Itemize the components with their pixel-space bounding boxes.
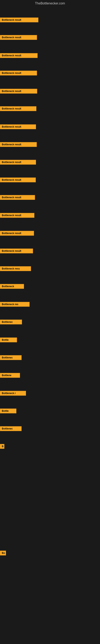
bottleneck-result-item[interactable]: Bottlene <box>0 373 20 378</box>
bottleneck-badge: Bottleneck result <box>0 89 37 94</box>
bottleneck-badge: Bottleneck result <box>0 35 37 40</box>
bottleneck-result-item[interactable]: Bottle <box>0 338 17 343</box>
bottleneck-result-item[interactable]: Bottlenec <box>0 320 22 325</box>
bottleneck-result-item[interactable]: Bottleneck resu <box>0 266 31 272</box>
bottleneck-badge: Bottleneck res <box>0 302 30 307</box>
bottleneck-result-item[interactable]: Bottleneck result <box>0 89 37 94</box>
bottleneck-badge: Bo <box>0 550 6 556</box>
bottleneck-result-item[interactable]: Bo <box>0 550 6 556</box>
bottleneck-result-item[interactable]: Bottleneck result <box>0 231 34 236</box>
bottleneck-badge: Bottlenec <box>0 355 22 360</box>
bottleneck-result-item[interactable]: Bottleneck result <box>0 106 36 112</box>
bottleneck-result-item[interactable]: Bottleneck result <box>0 142 37 148</box>
bottleneck-badge: Bottleneck result <box>0 18 38 22</box>
bottleneck-badge: Bottleneck result <box>0 71 37 76</box>
bottleneck-badge: Bottlenec <box>0 426 22 431</box>
bottleneck-result-item[interactable]: Bottleneck result <box>0 248 33 254</box>
bottleneck-badge: Bottleneck result <box>0 106 36 111</box>
bottleneck-result-item[interactable]: Bottleneck result <box>0 195 35 201</box>
bottleneck-badge: Bottleneck result <box>0 160 36 164</box>
bottleneck-result-item[interactable]: Bottleneck result <box>0 160 36 166</box>
bottleneck-result-item[interactable]: Bottleneck result <box>0 124 36 130</box>
bottleneck-badge: Bottleneck result <box>0 124 36 129</box>
bottleneck-badge: Bottle <box>0 408 16 413</box>
bottleneck-result-item[interactable]: Bottleneck result <box>0 71 37 76</box>
bottleneck-badge: Bottlene <box>0 373 20 378</box>
bottleneck-badge: Bottleneck result <box>0 142 37 147</box>
bottleneck-result-item[interactable]: Bottleneck result <box>0 213 34 218</box>
bottleneck-badge: Bottleneck result <box>0 178 36 182</box>
bottleneck-badge: Bottleneck r <box>0 391 26 396</box>
bottleneck-badge: Bottleneck result <box>0 213 34 218</box>
bottleneck-result-item[interactable]: Bottle <box>0 408 16 414</box>
bottleneck-result-item[interactable]: Bottleneck r <box>0 391 26 396</box>
bottleneck-badge: Bottle <box>0 338 17 342</box>
bottleneck-badge: Bottlenec <box>0 320 22 324</box>
bottleneck-result-item[interactable]: Bottleneck result <box>0 18 38 23</box>
bottleneck-badge: Bottleneck <box>0 284 24 289</box>
site-title: TheBottlenecker.com <box>0 0 100 6</box>
bottleneck-badge: Bottleneck result <box>0 53 38 58</box>
bottleneck-result-item[interactable]: Bottlenec <box>0 355 22 361</box>
bottleneck-badge: Bottleneck resu <box>0 266 31 271</box>
bottleneck-badge: Bottleneck result <box>0 195 35 200</box>
bottleneck-result-item[interactable]: Bottleneck res <box>0 302 30 308</box>
bottleneck-result-item[interactable]: Bottlenec <box>0 426 22 432</box>
bottleneck-badge: B <box>0 444 4 449</box>
bottleneck-result-item[interactable]: Bottleneck <box>0 284 24 290</box>
bottleneck-badge: Bottleneck result <box>0 231 34 236</box>
bottleneck-result-item[interactable]: B <box>0 444 4 450</box>
bottleneck-result-item[interactable]: Bottleneck result <box>0 35 37 41</box>
bottleneck-badge: Bottleneck result <box>0 248 33 253</box>
bottleneck-result-item[interactable]: Bottleneck result <box>0 178 36 183</box>
bottleneck-result-item[interactable]: Bottleneck result <box>0 53 38 59</box>
